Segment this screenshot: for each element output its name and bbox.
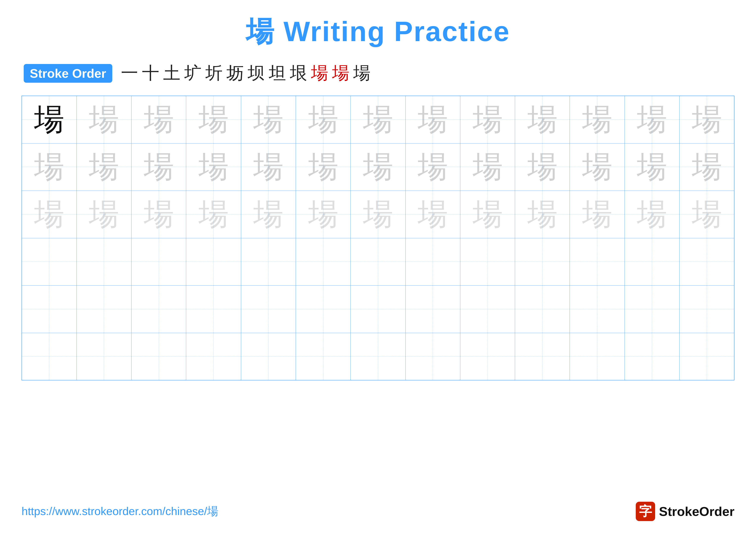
grid-cell-0-2: 場 [131, 96, 186, 143]
grid-char-1-0: 場 [34, 150, 64, 184]
grid-char-2-6: 場 [363, 197, 393, 231]
grid-cell-5-8 [460, 333, 515, 380]
grid-cell-5-11 [625, 333, 679, 380]
grid-char-0-6: 場 [363, 103, 393, 136]
stroke-seq-char-7: 坦 [269, 62, 286, 85]
grid-char-0-5: 場 [308, 103, 338, 136]
grid-cell-3-4 [241, 238, 296, 285]
grid-cell-5-7 [405, 333, 460, 380]
logo-text: StrokeOrder [659, 504, 735, 519]
stroke-order-row: Stroke Order 一十土圹圻坜坝坦垠場場場 [21, 62, 735, 85]
grid-row-1: 場場場場場場場場場場場場場 [22, 143, 734, 191]
grid-char-0-8: 場 [472, 103, 503, 136]
stroke-seq-char-2: 土 [163, 62, 180, 85]
stroke-seq-char-6: 坝 [248, 62, 265, 85]
grid-cell-3-8 [460, 238, 515, 285]
grid-char-2-2: 場 [144, 197, 174, 231]
grid-char-1-12: 場 [692, 150, 722, 184]
grid-cell-4-12 [680, 285, 734, 333]
grid-cell-2-2: 場 [131, 191, 186, 238]
grid-cell-2-0: 場 [22, 191, 76, 238]
stroke-seq-char-5: 坜 [227, 62, 244, 85]
grid-char-1-3: 場 [199, 150, 229, 184]
grid-cell-3-1 [76, 238, 131, 285]
grid-cell-0-3: 場 [186, 96, 241, 143]
stroke-seq-char-10: 場 [332, 62, 349, 85]
grid-cell-0-0: 場 [22, 96, 76, 143]
grid-char-1-1: 場 [89, 150, 119, 184]
stroke-seq-char-3: 圹 [184, 62, 202, 85]
grid-cell-5-4 [241, 333, 296, 380]
grid-char-0-10: 場 [582, 103, 612, 136]
footer-logo: 字 StrokeOrder [636, 502, 735, 521]
footer: https://www.strokeorder.com/chinese/場 字 … [21, 502, 735, 521]
grid-cell-5-6 [351, 333, 405, 380]
grid-cell-3-0 [22, 238, 76, 285]
grid-cell-3-6 [351, 238, 405, 285]
grid-cell-2-3: 場 [186, 191, 241, 238]
grid-row-0: 場場場場場場場場場場場場場 [22, 96, 734, 143]
grid-char-0-4: 場 [253, 103, 284, 136]
grid-cell-1-8: 場 [460, 143, 515, 191]
grid-cell-4-1 [76, 285, 131, 333]
grid-cell-1-2: 場 [131, 143, 186, 191]
grid-cell-0-1: 場 [76, 96, 131, 143]
grid-cell-5-10 [570, 333, 625, 380]
grid-char-1-7: 場 [418, 150, 448, 184]
grid-cell-3-12 [680, 238, 734, 285]
grid-cell-4-9 [515, 285, 570, 333]
grid-cell-4-8 [460, 285, 515, 333]
grid-cell-5-5 [296, 333, 350, 380]
grid-cell-1-7: 場 [405, 143, 460, 191]
stroke-seq-char-11: 場 [353, 62, 370, 85]
grid-cell-2-11: 場 [625, 191, 679, 238]
grid-cell-4-6 [351, 285, 405, 333]
grid-char-2-0: 場 [34, 197, 64, 231]
grid-cell-2-10: 場 [570, 191, 625, 238]
grid-cell-0-4: 場 [241, 96, 296, 143]
grid-cell-2-12: 場 [680, 191, 734, 238]
grid-char-1-9: 場 [527, 150, 557, 184]
grid-cell-0-9: 場 [515, 96, 570, 143]
grid-row-5 [22, 333, 734, 380]
grid-cell-2-9: 場 [515, 191, 570, 238]
footer-url: https://www.strokeorder.com/chinese/場 [21, 504, 218, 519]
stroke-sequence: 一十土圹圻坜坝坦垠場場場 [121, 62, 370, 85]
grid-cell-1-11: 場 [625, 143, 679, 191]
grid-char-2-8: 場 [472, 197, 503, 231]
grid-cell-1-12: 場 [680, 143, 734, 191]
grid-char-0-9: 場 [527, 103, 557, 136]
grid-char-0-7: 場 [418, 103, 448, 136]
grid-char-0-0: 場 [34, 103, 64, 136]
grid-cell-3-9 [515, 238, 570, 285]
grid-cell-5-12 [680, 333, 734, 380]
grid-char-2-3: 場 [199, 197, 229, 231]
grid-char-0-2: 場 [144, 103, 174, 136]
grid-cell-0-5: 場 [296, 96, 350, 143]
grid-cell-4-4 [241, 285, 296, 333]
grid-cell-0-12: 場 [680, 96, 734, 143]
stroke-seq-char-9: 場 [311, 62, 328, 85]
stroke-seq-char-4: 圻 [205, 62, 223, 85]
grid-char-2-7: 場 [418, 197, 448, 231]
grid-cell-0-8: 場 [460, 96, 515, 143]
grid-cell-4-10 [570, 285, 625, 333]
grid-char-0-3: 場 [199, 103, 229, 136]
grid-cell-2-8: 場 [460, 191, 515, 238]
grid-cell-1-3: 場 [186, 143, 241, 191]
grid-cell-4-5 [296, 285, 350, 333]
page-title: 場 Writing Practice [21, 13, 735, 51]
grid-cell-3-11 [625, 238, 679, 285]
grid-cell-4-2 [131, 285, 186, 333]
grid-cell-3-10 [570, 238, 625, 285]
grid-cell-1-4: 場 [241, 143, 296, 191]
grid-char-1-6: 場 [363, 150, 393, 184]
grid-char-2-10: 場 [582, 197, 612, 231]
stroke-seq-char-8: 垠 [290, 62, 307, 85]
grid-char-0-11: 場 [637, 103, 667, 136]
grid-cell-1-5: 場 [296, 143, 350, 191]
grid-char-2-1: 場 [89, 197, 119, 231]
grid-cell-2-1: 場 [76, 191, 131, 238]
stroke-order-badge: Stroke Order [24, 64, 112, 83]
grid-char-2-4: 場 [253, 197, 284, 231]
